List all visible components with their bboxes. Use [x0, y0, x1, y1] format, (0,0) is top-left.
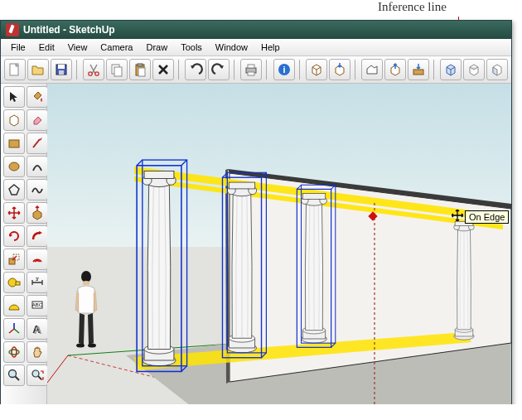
circle-tool-button[interactable]	[3, 156, 25, 177]
svg-rect-7	[114, 67, 122, 76]
toolbar-sep	[299, 60, 302, 80]
zoom-tool-button[interactable]	[3, 364, 25, 386]
svg-rect-10	[138, 68, 145, 76]
move-tool-button[interactable]	[3, 202, 25, 224]
toolbar-sep	[266, 60, 268, 80]
select-tool-button[interactable]	[3, 86, 25, 108]
menu-help[interactable]: Help	[254, 41, 287, 54]
eraser-tool-button[interactable]	[27, 109, 48, 131]
svg-text:A: A	[34, 324, 42, 336]
new-button[interactable]	[4, 59, 26, 80]
svg-point-59	[88, 344, 96, 348]
print-button[interactable]	[240, 59, 262, 80]
toolbar-sep	[178, 60, 181, 80]
svg-point-5	[95, 72, 99, 75]
menu-file[interactable]: File	[4, 41, 32, 54]
undo-button[interactable]	[185, 59, 206, 80]
svg-text:i: i	[283, 65, 285, 75]
protractor-tool-button[interactable]	[3, 295, 25, 316]
menubar: File Edit View Camera Draw Tools Window …	[1, 39, 511, 56]
line-tool-button[interactable]	[27, 133, 48, 154]
menu-draw[interactable]: Draw	[139, 41, 174, 54]
pan-tool-button[interactable]	[27, 341, 48, 363]
svg-rect-17	[9, 140, 19, 147]
make-component-button[interactable]	[306, 59, 327, 80]
freehand-tool-button[interactable]	[27, 179, 48, 200]
svg-rect-19	[9, 258, 15, 264]
svg-text:ABC: ABC	[32, 302, 43, 307]
svg-text:3': 3'	[36, 277, 39, 282]
open-button[interactable]	[27, 59, 49, 80]
menu-edit[interactable]: Edit	[32, 41, 61, 54]
menu-window[interactable]: Window	[209, 41, 254, 54]
titlebar: Untitled - SketchUp	[1, 21, 511, 39]
toolbar-sep	[76, 60, 79, 80]
toolbar-sep	[433, 60, 436, 80]
window-title: Untitled - SketchUp	[23, 24, 115, 36]
svg-rect-9	[138, 64, 143, 66]
svg-line-32	[47, 355, 68, 404]
offset-tool-button[interactable]	[27, 249, 48, 270]
svg-point-31	[32, 370, 39, 377]
svg-point-57	[81, 271, 91, 282]
tape-tool-button[interactable]	[3, 272, 25, 293]
annotation-inference-label: Inference line	[378, 0, 447, 14]
share-model-button[interactable]	[384, 59, 406, 80]
scale-tool-button[interactable]	[3, 249, 25, 270]
front-view-button[interactable]	[486, 59, 508, 80]
paste-button[interactable]	[129, 59, 151, 80]
svg-point-58	[76, 344, 85, 348]
orbit-tool-button[interactable]	[3, 341, 25, 363]
menu-tools[interactable]: Tools	[174, 41, 209, 54]
svg-rect-13	[248, 72, 254, 75]
inference-tooltip: On Edge	[465, 210, 509, 224]
redo-button[interactable]	[208, 59, 230, 80]
app-icon	[6, 23, 19, 36]
tool-palette: 3' ABC AA	[1, 84, 47, 404]
svg-rect-16	[413, 70, 423, 75]
toggle-terrain-button[interactable]	[361, 59, 383, 80]
menu-camera[interactable]: Camera	[94, 41, 139, 54]
place-model-button[interactable]	[408, 59, 429, 80]
toolbar-sep	[355, 60, 357, 80]
svg-rect-12	[248, 65, 254, 68]
polygon-tool-button[interactable]	[3, 179, 25, 200]
svg-point-30	[9, 370, 17, 378]
dimension-tool-button[interactable]: 3'	[27, 272, 48, 293]
toolbar-sep	[234, 60, 236, 80]
arc-tool-button[interactable]	[27, 156, 48, 177]
svg-rect-2	[58, 65, 65, 69]
menu-view[interactable]: View	[61, 41, 94, 54]
save-button[interactable]	[51, 59, 72, 80]
svg-rect-3	[59, 70, 64, 75]
pushpull-tool-button[interactable]	[27, 202, 48, 224]
rectangle-tool-button[interactable]	[3, 133, 25, 154]
get-models-button[interactable]	[329, 59, 350, 80]
viewport-3d[interactable]: On Edge	[47, 84, 511, 404]
app-window: Untitled - SketchUp File Edit View Camer…	[0, 20, 512, 404]
followme-tool-button[interactable]	[27, 225, 48, 247]
scene-svg	[47, 84, 511, 404]
cut-button[interactable]	[83, 59, 104, 80]
zoom-extents-tool-button[interactable]	[27, 364, 48, 386]
svg-point-29	[12, 347, 17, 357]
top-view-button[interactable]	[463, 59, 485, 80]
component-tool-button[interactable]	[3, 109, 25, 131]
paint-bucket-tool-button[interactable]	[27, 86, 48, 108]
svg-point-18	[9, 162, 19, 171]
iso-view-button[interactable]	[440, 59, 462, 80]
workspace: 3' ABC AA	[1, 84, 511, 404]
delete-button[interactable]	[152, 59, 174, 80]
copy-button[interactable]	[106, 59, 128, 80]
text-tool-button[interactable]: ABC	[27, 295, 48, 316]
model-info-button[interactable]: i	[273, 59, 295, 80]
3dtext-tool-button[interactable]: AA	[27, 318, 48, 340]
scale-figure-icon	[75, 271, 97, 348]
axes-tool-button[interactable]	[3, 318, 25, 340]
rotate-tool-button[interactable]	[3, 225, 25, 247]
svg-rect-22	[16, 282, 20, 285]
svg-point-4	[89, 72, 92, 75]
main-toolbar: i	[1, 56, 511, 84]
svg-point-28	[9, 350, 19, 355]
move-cursor-icon	[452, 210, 463, 224]
